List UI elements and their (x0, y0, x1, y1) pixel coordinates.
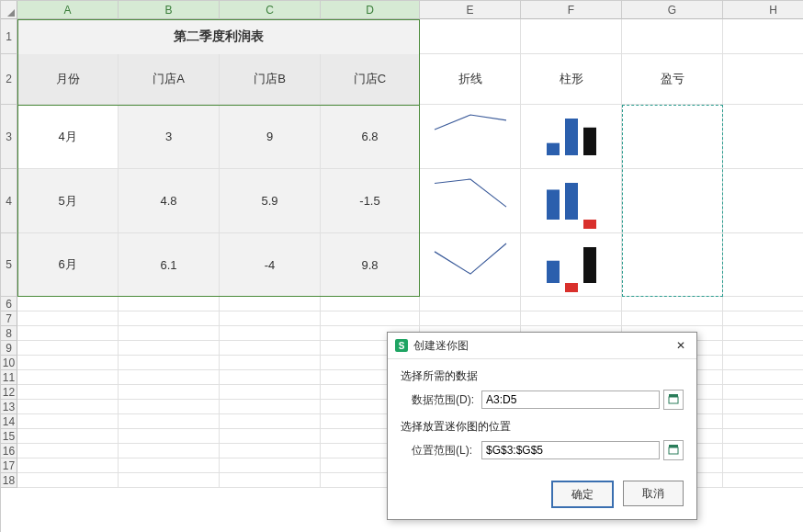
cell[interactable] (17, 356, 119, 370)
cell[interactable] (119, 356, 220, 370)
row-header-15[interactable]: 15 (1, 429, 17, 444)
table-cell[interactable]: -4 (220, 233, 321, 297)
cell[interactable] (321, 311, 420, 326)
cell[interactable] (723, 473, 803, 488)
cell[interactable] (622, 233, 723, 297)
column-header-B[interactable]: B (119, 1, 220, 19)
cell[interactable] (119, 458, 220, 473)
table-cell[interactable]: 4.8 (119, 169, 220, 233)
column-header-H[interactable]: H (723, 1, 803, 19)
row-header-16[interactable]: 16 (1, 444, 17, 458)
row-header-1[interactable]: 1 (1, 19, 17, 54)
column-header-D[interactable]: D (321, 1, 420, 19)
close-icon[interactable]: ✕ (673, 337, 689, 354)
cell[interactable] (622, 297, 723, 311)
table-cell[interactable]: 3 (119, 105, 220, 169)
cell[interactable] (723, 169, 803, 233)
sparkline-line[interactable] (420, 169, 521, 233)
cell[interactable] (220, 429, 321, 444)
table-header[interactable]: 月份 (17, 54, 119, 105)
table-header[interactable]: 门店B (220, 54, 321, 105)
row-header-18[interactable]: 18 (1, 473, 17, 488)
cell[interactable] (220, 473, 321, 488)
cell[interactable] (723, 341, 803, 356)
column-header-A[interactable]: A (17, 1, 119, 19)
cell[interactable] (17, 444, 119, 458)
cell[interactable] (723, 444, 803, 458)
range-picker-icon[interactable] (663, 390, 684, 410)
row-header-8[interactable]: 8 (1, 326, 17, 341)
cell[interactable] (723, 54, 803, 105)
cell[interactable] (622, 105, 723, 169)
cell[interactable] (119, 297, 220, 311)
cell[interactable] (119, 370, 220, 385)
cell[interactable] (17, 473, 119, 488)
cell[interactable] (220, 370, 321, 385)
cell[interactable] (119, 400, 220, 414)
cell[interactable] (119, 385, 220, 400)
sparkline-column[interactable] (521, 169, 622, 233)
select-all-corner[interactable] (1, 1, 17, 19)
header-sparkline-winloss[interactable]: 盈亏 (622, 54, 723, 105)
cell[interactable] (723, 429, 803, 444)
sparkline-column[interactable] (521, 233, 622, 297)
row-header-17[interactable]: 17 (1, 458, 17, 473)
row-header-13[interactable]: 13 (1, 400, 17, 414)
cell[interactable] (622, 169, 723, 233)
cell[interactable] (723, 370, 803, 385)
table-header[interactable]: 门店A (119, 54, 220, 105)
table-cell[interactable]: 6.1 (119, 233, 220, 297)
location-range-input[interactable] (481, 441, 660, 459)
cell[interactable] (220, 444, 321, 458)
table-cell[interactable]: 5.9 (220, 169, 321, 233)
cell[interactable] (17, 400, 119, 414)
cell[interactable] (119, 341, 220, 356)
cell[interactable] (119, 473, 220, 488)
ok-button[interactable]: 确定 (551, 481, 614, 508)
cell[interactable] (220, 311, 321, 326)
cell[interactable] (220, 385, 321, 400)
cell[interactable] (723, 385, 803, 400)
table-cell[interactable]: 9 (220, 105, 321, 169)
cell[interactable] (220, 326, 321, 341)
cell[interactable] (420, 297, 521, 311)
cell[interactable] (220, 458, 321, 473)
cell[interactable] (119, 429, 220, 444)
cell[interactable] (17, 385, 119, 400)
column-header-G[interactable]: G (622, 1, 723, 19)
cell[interactable] (420, 311, 521, 326)
table-cell[interactable]: 5月 (17, 169, 119, 233)
range-picker-icon[interactable] (663, 440, 684, 460)
cell[interactable] (17, 370, 119, 385)
column-header-C[interactable]: C (220, 1, 321, 19)
cell[interactable] (723, 19, 803, 54)
cell[interactable] (321, 297, 420, 311)
table-cell[interactable]: -1.5 (321, 169, 420, 233)
cell[interactable] (521, 311, 622, 326)
table-cell[interactable]: 9.8 (321, 233, 420, 297)
row-header-9[interactable]: 9 (1, 341, 17, 356)
table-header[interactable]: 门店C (321, 54, 420, 105)
row-header-2[interactable]: 2 (1, 54, 17, 105)
cell[interactable] (17, 458, 119, 473)
cell[interactable] (17, 297, 119, 311)
sparkline-line[interactable] (420, 105, 521, 169)
column-header-F[interactable]: F (521, 1, 622, 19)
cell[interactable] (17, 326, 119, 341)
cell[interactable] (723, 356, 803, 370)
cell[interactable] (723, 326, 803, 341)
cell[interactable] (723, 233, 803, 297)
table-cell[interactable]: 6.8 (321, 105, 420, 169)
row-header-7[interactable]: 7 (1, 311, 17, 326)
row-header-10[interactable]: 10 (1, 356, 17, 370)
cell[interactable] (119, 444, 220, 458)
cell[interactable] (723, 311, 803, 326)
cell[interactable] (119, 414, 220, 429)
row-header-14[interactable]: 14 (1, 414, 17, 429)
cell[interactable] (723, 414, 803, 429)
row-header-12[interactable]: 12 (1, 385, 17, 400)
cell[interactable] (17, 341, 119, 356)
column-header-E[interactable]: E (420, 1, 521, 19)
cancel-button[interactable]: 取消 (623, 481, 684, 506)
table-cell[interactable]: 6月 (17, 233, 119, 297)
